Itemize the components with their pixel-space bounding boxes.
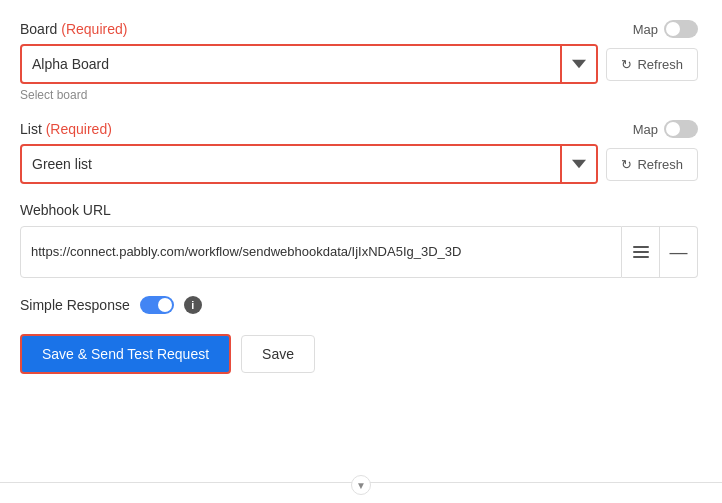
board-refresh-icon: ↻ xyxy=(621,57,632,72)
list-select[interactable]: Green list xyxy=(22,146,596,182)
board-label: Board (Required) xyxy=(20,21,127,37)
info-icon[interactable]: i xyxy=(184,296,202,314)
list-input-row: Green list ↻ Refresh xyxy=(20,144,698,184)
webhook-input: https://connect.pabbly.com/workflow/send… xyxy=(20,226,622,278)
svg-rect-0 xyxy=(633,246,649,248)
save-send-test-button[interactable]: Save & Send Test Request xyxy=(20,334,231,374)
list-select-wrapper: Green list xyxy=(20,144,598,184)
list-refresh-button[interactable]: ↻ Refresh xyxy=(606,148,698,181)
simple-response-row: Simple Response i xyxy=(20,296,698,314)
list-refresh-icon: ↻ xyxy=(621,157,632,172)
board-dropdown-arrow[interactable] xyxy=(560,46,596,82)
board-map-label: Map xyxy=(633,22,658,37)
board-select[interactable]: Alpha Board xyxy=(22,46,596,82)
board-select-wrapper: Alpha Board xyxy=(20,44,598,84)
board-refresh-button[interactable]: ↻ Refresh xyxy=(606,48,698,81)
board-map-toggle[interactable] xyxy=(664,20,698,38)
bottom-expand-arrow[interactable]: ▼ xyxy=(351,475,371,495)
board-label-row: Board (Required) Map xyxy=(20,20,698,38)
board-input-row: Alpha Board ↻ Refresh xyxy=(20,44,698,84)
webhook-section: Webhook URL https://connect.pabbly.com/w… xyxy=(20,202,698,278)
webhook-menu-button[interactable] xyxy=(622,226,660,278)
list-section: List (Required) Map Green list ↻ Refresh xyxy=(20,120,698,184)
svg-rect-2 xyxy=(633,256,649,258)
list-dropdown-arrow[interactable] xyxy=(560,146,596,182)
board-section: Board (Required) Map Alpha Board ↻ Refre… xyxy=(20,20,698,102)
board-hint: Select board xyxy=(20,88,698,102)
svg-rect-1 xyxy=(633,251,649,253)
webhook-row: https://connect.pabbly.com/workflow/send… xyxy=(20,226,698,278)
list-label: List (Required) xyxy=(20,121,112,137)
list-map-toggle[interactable] xyxy=(664,120,698,138)
board-map-row: Map xyxy=(633,20,698,38)
actions-row: Save & Send Test Request Save xyxy=(20,334,698,374)
save-button[interactable]: Save xyxy=(241,335,315,373)
list-map-label: Map xyxy=(633,122,658,137)
simple-response-label: Simple Response xyxy=(20,297,130,313)
list-map-row: Map xyxy=(633,120,698,138)
list-label-row: List (Required) Map xyxy=(20,120,698,138)
simple-response-toggle[interactable] xyxy=(140,296,174,314)
webhook-label: Webhook URL xyxy=(20,202,698,218)
webhook-minus-button[interactable]: — xyxy=(660,226,698,278)
